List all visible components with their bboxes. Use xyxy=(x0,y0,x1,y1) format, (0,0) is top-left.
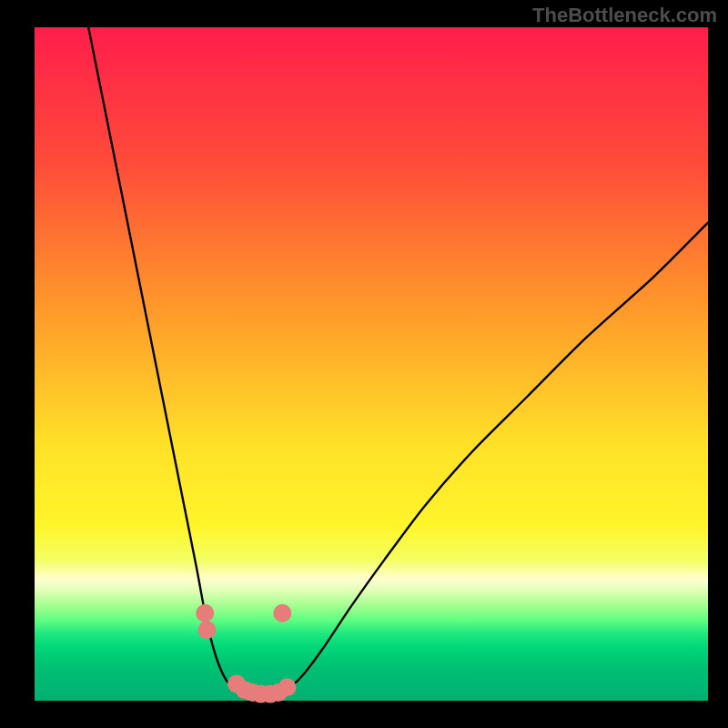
dot xyxy=(196,604,214,622)
chart-stage: TheBottleneck.com xyxy=(0,0,728,728)
bottleneck-chart xyxy=(0,0,728,728)
dot xyxy=(278,678,297,696)
gradient-background xyxy=(35,27,708,701)
watermark-text: TheBottleneck.com xyxy=(532,4,717,27)
dot xyxy=(197,621,216,639)
dot xyxy=(273,604,291,622)
